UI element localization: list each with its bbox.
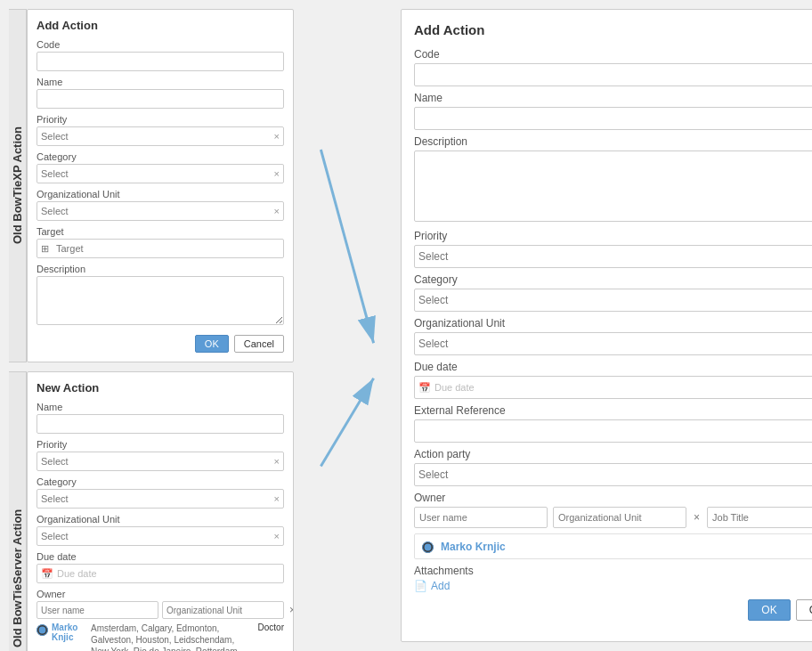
r-name-input[interactable] [414,107,812,130]
r-ou-field-group: Organizational Unit × [414,317,812,355]
r-add-attachment[interactable]: 📄 Add [414,580,812,592]
r-description-field-group: Description [414,135,812,224]
description-label: Description [37,264,284,274]
r-category-field-group: Category × [414,273,812,312]
r-ou-owner-clear-btn[interactable]: × [692,511,702,524]
r-attachment-icon: 📄 [414,580,427,592]
r-category-select[interactable] [415,292,812,308]
target-grid-icon: ⊞ [41,243,49,255]
r-attachments-field-group: Attachments 📄 Add [414,565,812,592]
old-bowtie-server-panel: New Action Name Priority × Category [27,371,294,651]
top-left-panel-title: Add Action [37,19,284,32]
r-action-party-label: Action party [414,448,812,460]
r-description-label: Description [414,135,812,148]
bl-priority-field-group: Priority × [37,439,284,471]
bl-name-label: Name [37,402,284,412]
target-wrapper: ⊞ [37,239,284,258]
arrow-area [312,9,383,642]
r-name-field-group: Name [414,92,812,130]
bl-username-input[interactable] [37,601,158,619]
bl-owner-radio[interactable] [37,624,48,636]
name-label: Name [37,77,284,87]
bl-ou-select[interactable] [37,529,271,543]
r-owner-field-group: Owner × × Marko Krnjic [414,492,812,559]
bl-priority-clear-btn[interactable]: × [271,456,283,467]
description-field-group: Description [37,264,284,328]
bl-owner-locations: Amsterdam, Calgary, Edmonton, Galveston,… [91,623,255,651]
name-field-group: Name [37,77,284,109]
bl-name-field-group: Name [37,402,284,434]
category-select[interactable] [37,167,271,181]
bl-ou-select-wrapper: × [37,526,284,546]
ou-clear-btn[interactable]: × [271,206,283,216]
r-jobtitle-input[interactable] [707,507,812,528]
priority-select[interactable] [37,129,271,143]
r-priority-select[interactable] [415,248,812,264]
bl-category-field-group: Category × [37,476,284,509]
r-ou-select[interactable] [415,336,812,352]
bottom-left-panel-title: New Action [37,381,284,395]
bl-priority-label: Priority [37,439,284,450]
category-label: Category [37,151,284,162]
r-attachments-label: Attachments [414,565,812,577]
r-username-input[interactable] [414,507,548,528]
priority-select-wrapper: × [37,126,284,146]
top-left-ok-button[interactable]: OK [195,335,229,353]
target-input[interactable] [53,241,280,256]
bl-ou-clear-btn[interactable]: × [271,531,283,541]
old-bowtie-xp-panel: Add Action Code Name Priority × [27,9,294,362]
bl-owner-input-row: × × [37,601,284,619]
old-bowtie-server-label: Old BowTieServer Action [9,371,27,651]
r-ou-owner-input[interactable] [553,507,686,528]
bl-owner-name: Marko Knjic [52,623,87,642]
bl-category-select[interactable] [37,492,271,506]
bl-priority-select-wrapper: × [37,452,284,471]
bl-due-date-field-group: Due date 📅 Due date [37,551,284,583]
r-owner-result-row: Marko Krnjic [414,533,812,559]
code-label: Code [37,39,284,50]
r-owner-input-row: × × [414,507,812,528]
right-ok-button[interactable]: OK [748,599,790,621]
ou-select-wrapper: × [37,201,284,221]
bl-ou-field-group: Organizational Unit × [37,514,284,546]
bl-priority-select[interactable] [37,454,271,468]
top-left-cancel-button[interactable]: Cancel [234,335,284,353]
category-clear-btn[interactable]: × [271,168,283,179]
name-input[interactable] [37,89,284,109]
r-name-label: Name [414,92,812,104]
r-owner-name: Marko Krnjic [441,541,506,553]
ou-label: Organizational Unit [37,189,284,199]
bl-category-clear-btn[interactable]: × [271,493,283,504]
description-input[interactable] [37,276,284,325]
code-input[interactable] [37,52,284,71]
bl-ou-input[interactable] [162,601,284,619]
r-due-date-wrapper[interactable]: 📅 Due date [414,376,812,399]
r-owner-radio-wrap [422,540,434,553]
bl-owner-role: Doctor [258,623,284,632]
r-due-date-placeholder: Due date [434,382,475,393]
r-description-input[interactable] [414,151,812,222]
bl-ou-clear-btn2[interactable]: × [288,601,294,619]
r-code-input[interactable] [414,63,812,86]
bl-category-select-wrapper: × [37,489,284,509]
bl-due-date-placeholder: Due date [57,568,97,579]
r-category-select-wrapper: × [414,289,812,312]
r-owner-radio[interactable] [422,541,434,553]
r-ext-ref-input[interactable] [414,419,812,443]
ou-select[interactable] [37,204,271,218]
bl-owner-label: Owner [37,589,284,599]
right-cancel-button[interactable]: Cancel [796,599,812,621]
r-due-date-calendar-icon: 📅 [418,382,431,394]
r-due-date-field-group: Due date 📅 Due date [414,361,812,399]
r-due-date-label: Due date [414,361,812,373]
r-action-party-select[interactable] [415,467,812,483]
right-btn-row: OK Cancel [414,599,812,621]
r-ou-label: Organizational Unit [414,317,812,330]
r-priority-field-group: Priority × [414,230,812,268]
r-ext-ref-field-group: External Reference [414,404,812,443]
due-date-calendar-icon: 📅 [41,568,53,580]
bl-name-input[interactable] [37,414,284,434]
r-category-label: Category [414,273,812,286]
bl-ou-label: Organizational Unit [37,514,284,525]
priority-clear-btn[interactable]: × [271,131,283,142]
